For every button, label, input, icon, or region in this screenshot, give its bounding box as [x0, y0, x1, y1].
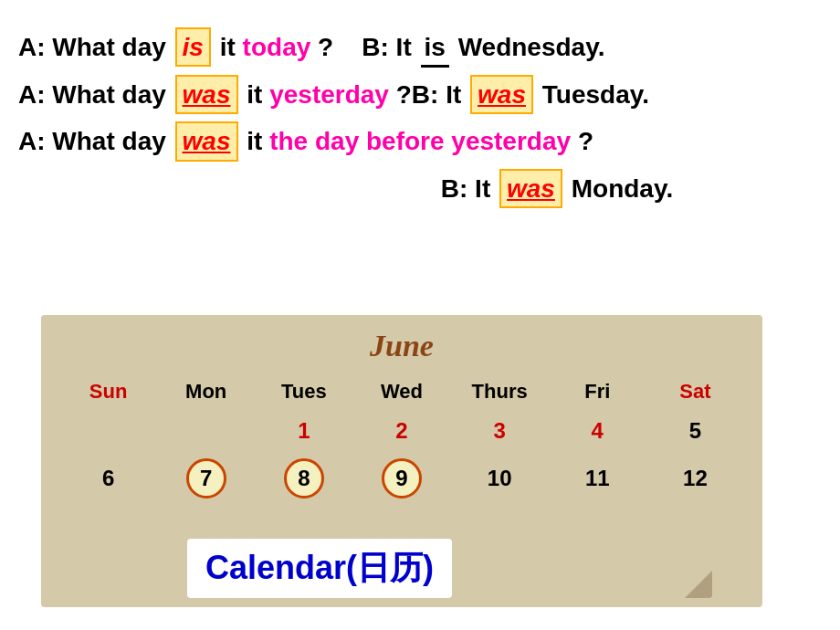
week1-mon — [157, 411, 255, 451]
header-fri: Fri — [549, 373, 646, 411]
qa2-prefix: A: What day — [18, 80, 166, 109]
qa3-word-was: was — [175, 121, 238, 161]
qa2-suffix1: ?B: It — [396, 80, 462, 109]
week1-thurs: 3 — [451, 411, 549, 451]
qa4-suffix: Monday. — [572, 174, 673, 203]
qa1-wed: Wednesday. — [458, 33, 605, 61]
header-sun: Sun — [59, 373, 157, 411]
header-wed: Wed — [352, 373, 450, 411]
qa3-prefix: A: What day — [18, 127, 166, 155]
week1-fri: 4 — [549, 411, 646, 451]
qa-line-2: A: What day was it yesterday ?B: It was … — [18, 75, 822, 114]
calendar-label-text: Calendar(日历) — [205, 549, 434, 586]
qa-line-3: A: What day was it the day before yester… — [18, 121, 822, 161]
week1-sun — [59, 411, 157, 451]
qa2-yesterday: yesterday — [269, 80, 389, 109]
circled-9: 9 — [382, 458, 422, 499]
qa3-phrase: the day before yesterday — [269, 127, 571, 155]
week2-fri: 11 — [549, 451, 646, 506]
qa4-word-was: was — [499, 169, 562, 208]
week2-tues: 8 — [255, 451, 352, 506]
header-sat: Sat — [646, 373, 744, 411]
qa3-it: it — [247, 127, 269, 155]
qa2-tue: Tuesday. — [542, 80, 649, 109]
week2-wed: 9 — [352, 451, 450, 506]
week2-thurs: 10 — [451, 451, 549, 506]
circled-8: 8 — [284, 458, 324, 499]
qa2-it: it — [247, 80, 269, 109]
calendar-grid: Sun Mon Tues Wed Thurs Fri Sat 1 2 3 4 5… — [59, 373, 744, 506]
qa1-it: it — [220, 33, 243, 61]
qa2-word-was: was — [175, 75, 238, 114]
calendar-label: Calendar(日历) — [187, 539, 452, 598]
qa-section: A: What day is it today ? B: It is Wedne… — [0, 0, 840, 234]
week1-wed: 2 — [352, 411, 450, 451]
week1-sat: 5 — [646, 411, 744, 451]
qa1-today: today — [243, 33, 311, 61]
qa4-prefix: B: It — [441, 174, 490, 203]
qa1-prefix: A: What day — [18, 33, 166, 61]
qa1-word-is: is — [175, 27, 211, 67]
qa3-suffix: ? — [578, 127, 593, 155]
qa1-word-is2: is — [421, 29, 449, 68]
calendar-title: June — [59, 329, 744, 363]
qa1-b: B: It — [362, 33, 411, 61]
week1-tues: 1 — [255, 411, 352, 451]
week2-sat: 12 — [646, 451, 744, 506]
header-tues: Tues — [255, 373, 352, 411]
qa2-word-was2: was — [470, 75, 533, 114]
circled-7: 7 — [186, 458, 226, 499]
header-mon: Mon — [157, 373, 255, 411]
week2-mon: 7 — [157, 451, 255, 506]
header-thurs: Thurs — [451, 373, 549, 411]
qa-line-4: B: It was Monday. — [18, 169, 822, 208]
qa-line-1: A: What day is it today ? B: It is Wedne… — [18, 27, 822, 68]
page-curl-icon — [685, 571, 712, 598]
qa1-q: ? — [318, 33, 354, 61]
calendar-container: June Sun Mon Tues Wed Thurs Fri Sat 1 2 … — [41, 315, 762, 607]
week2-sun: 6 — [59, 451, 157, 506]
